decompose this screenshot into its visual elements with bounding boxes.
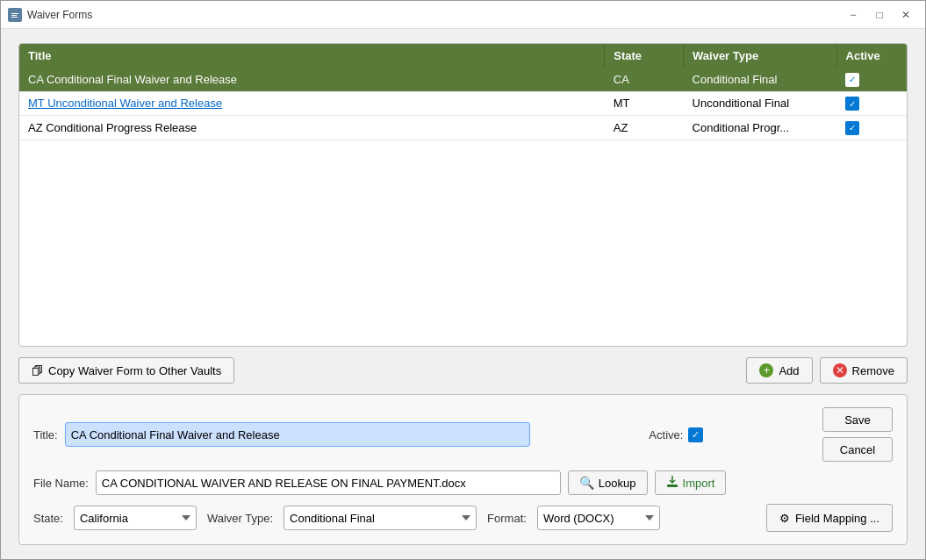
- table-cell-state: AZ: [605, 116, 684, 140]
- table-header-row: Title State Waiver Type Active: [19, 44, 907, 68]
- lookup-button[interactable]: 🔍 Lookup: [568, 470, 648, 495]
- active-checkbox[interactable]: ✓: [688, 427, 703, 442]
- title-bar: Waiver Forms − □ ✕: [1, 1, 925, 29]
- state-label: State:: [33, 512, 63, 525]
- import-icon: [666, 476, 678, 491]
- copy-waiver-button[interactable]: 🗍 Copy Waiver Form to Other Vaults: [18, 357, 234, 384]
- svg-rect-3: [11, 17, 18, 18]
- waiver-type-select[interactable]: Conditional Final Unconditional Final Co…: [284, 506, 477, 530]
- col-header-active: Active: [836, 44, 907, 68]
- add-icon: +: [759, 363, 773, 377]
- state-select[interactable]: California Montana Arizona: [74, 506, 197, 530]
- detail-section: Title: Active: ✓ Save Cancel File Name: …: [18, 394, 908, 545]
- search-icon: 🔍: [579, 476, 594, 490]
- filename-input[interactable]: [96, 470, 561, 495]
- active-row: Active: ✓: [649, 427, 703, 442]
- save-cancel-buttons: Save Cancel: [822, 407, 893, 462]
- filename-label: File Name:: [33, 477, 89, 490]
- col-header-state: State: [605, 44, 684, 68]
- copy-icon: 🗍: [32, 364, 43, 377]
- svg-rect-1: [11, 13, 18, 14]
- active-checkbox-display: ✓: [845, 73, 859, 87]
- gear-icon: ⚙: [779, 512, 790, 525]
- filename-row: File Name: 🔍 Lookup Import: [33, 470, 893, 495]
- table-cell-state: CA: [605, 68, 684, 91]
- action-buttons-row: 🗍 Copy Waiver Form to Other Vaults + Add…: [18, 357, 908, 384]
- col-header-title: Title: [19, 44, 605, 68]
- table-cell-active: ✓: [836, 116, 907, 140]
- bottom-row: State: California Montana Arizona Waiver…: [33, 504, 893, 532]
- table-cell-state: MT: [605, 91, 684, 116]
- table-cell-title: AZ Conditional Progress Release: [19, 116, 605, 140]
- app-icon: [8, 8, 22, 22]
- table-row[interactable]: CA Conditional Final Waiver and ReleaseC…: [19, 68, 907, 91]
- window-title: Waiver Forms: [27, 9, 841, 21]
- col-header-waiver-type: Waiver Type: [684, 44, 837, 68]
- window-controls: − □ ✕: [841, 6, 918, 24]
- table-cell-waiver-type: Unconditional Final: [684, 91, 837, 116]
- import-button[interactable]: Import: [655, 470, 727, 495]
- remove-button[interactable]: ✕ Remove: [820, 357, 908, 384]
- table-cell-title: MT Unconditional Waiver and Release: [19, 91, 605, 116]
- table-row[interactable]: AZ Conditional Progress ReleaseAZConditi…: [19, 116, 907, 140]
- title-link[interactable]: MT Unconditional Waiver and Release: [28, 97, 222, 110]
- active-checkbox-display: ✓: [845, 97, 859, 111]
- title-row: Title: Active: ✓ Save Cancel: [33, 407, 893, 462]
- svg-rect-4: [667, 485, 678, 487]
- svg-rect-2: [11, 15, 17, 16]
- close-button[interactable]: ✕: [894, 6, 918, 24]
- save-button[interactable]: Save: [822, 407, 893, 432]
- waiver-forms-window: Waiver Forms − □ ✕ Title State Waiver Ty…: [0, 0, 926, 560]
- table-cell-active: ✓: [836, 68, 907, 91]
- main-content: Title State Waiver Type Active CA Condit…: [1, 29, 925, 559]
- table-cell-title: CA Conditional Final Waiver and Release: [19, 68, 605, 91]
- active-label: Active:: [649, 428, 683, 442]
- waiver-forms-table-container: Title State Waiver Type Active CA Condit…: [18, 43, 908, 347]
- format-select[interactable]: Word (DOCX) PDF: [537, 506, 660, 530]
- waiver-forms-table: Title State Waiver Type Active CA Condit…: [19, 44, 907, 140]
- title-label: Title:: [33, 428, 58, 442]
- format-label: Format:: [487, 512, 527, 525]
- add-button[interactable]: + Add: [746, 357, 812, 384]
- table-row[interactable]: MT Unconditional Waiver and ReleaseMTUnc…: [19, 91, 907, 116]
- minimize-button[interactable]: −: [841, 6, 865, 24]
- table-cell-active: ✓: [836, 91, 907, 116]
- remove-icon: ✕: [833, 363, 847, 377]
- cancel-button[interactable]: Cancel: [822, 437, 893, 462]
- active-checkbox-display: ✓: [845, 121, 859, 135]
- title-input[interactable]: [65, 422, 530, 447]
- table-cell-waiver-type: Conditional Progr...: [684, 116, 837, 140]
- maximize-button[interactable]: □: [867, 6, 892, 24]
- table-cell-waiver-type: Conditional Final: [684, 68, 837, 91]
- waiver-type-label: Waiver Type:: [207, 512, 273, 525]
- field-mapping-button[interactable]: ⚙ Field Mapping ...: [766, 504, 893, 532]
